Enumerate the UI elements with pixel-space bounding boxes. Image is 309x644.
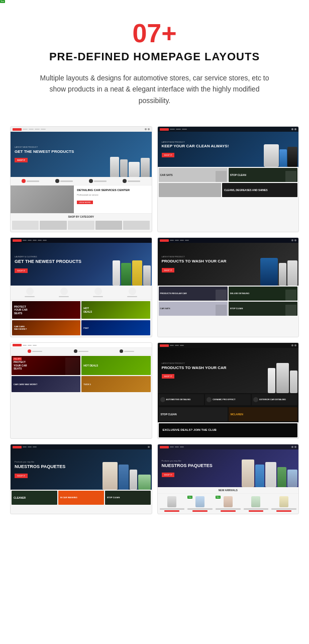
hero-btn-7[interactable]: SHOP IT <box>15 474 28 478</box>
mid-content-1: DETAILING CAR SERVICES CENTER Profession… <box>74 186 151 213</box>
hero-products-8 <box>242 459 297 487</box>
logo-6 <box>160 344 169 347</box>
cleans-image <box>159 183 221 197</box>
mid-heading-1: DETAILING CAR SERVICES CENTER <box>77 189 148 193</box>
product-img-3-8 <box>224 496 233 507</box>
promo-row2-3: CAR CAREWAX WORK? FEAT <box>11 320 152 337</box>
feat-5-2 <box>74 349 88 353</box>
product-4-8[interactable] <box>243 495 270 513</box>
hero-sub-4: LATEST NEW PRODUCT <box>162 255 227 258</box>
cart-icon-2 <box>291 128 293 130</box>
feat-4 <box>127 288 137 297</box>
mid-btn-1[interactable]: VIEW MORE <box>77 201 92 204</box>
layout-card-3[interactable]: LAUNDRY & CLOTHING GET THE NEWEST PRODUC… <box>10 237 152 337</box>
logo-1 <box>13 128 22 131</box>
blue-bottle <box>279 149 287 167</box>
layout-card-6[interactable]: LATEST NEW PRODUCT PRODUCTS TO WASH YOUR… <box>157 342 299 439</box>
layout-card-5[interactable]: PROTECTYOUR CARSEATS FILL UP!! HOT DEALS… <box>10 342 152 439</box>
cat-thumb-4 <box>95 221 122 230</box>
promo-extra-5: TUCK 5 <box>81 376 150 392</box>
product-3-8[interactable]: New <box>215 495 242 513</box>
user-icon-4 <box>294 239 296 241</box>
logo-3 <box>13 239 22 242</box>
hero-btn-1[interactable]: SHOP IT <box>15 158 28 162</box>
hero-btn-4[interactable]: SHOP IT <box>162 268 175 272</box>
big-bottle-7 <box>102 462 118 490</box>
icon-8b <box>294 446 296 448</box>
nav-icons-1 <box>145 128 150 130</box>
layout-card-2[interactable]: LATEST NEW PRODUCT KEEP YOUR CAR CLEAN A… <box>157 126 299 232</box>
sub-label-exterior: EXTERIOR CAR DETAILING <box>259 399 286 401</box>
sub-icon-ceramic <box>207 397 212 402</box>
cell-prod-regular: PRODUCTS REGULAR CAR <box>159 287 228 301</box>
nav-links-2 <box>170 129 291 130</box>
product-name-3-8 <box>216 508 241 510</box>
category-thumbs-1 <box>11 220 152 232</box>
layout-card-7[interactable]: Products you may like NUESTROS PAQUETES … <box>10 444 152 514</box>
grid-cell-stop-clean: STOP CLEAN <box>229 168 297 182</box>
feature-text-4 <box>128 180 140 182</box>
feat-icon-5-3 <box>120 349 123 353</box>
feat-3 <box>93 288 103 297</box>
nav-link <box>29 129 34 130</box>
feat-5-1 <box>28 349 42 353</box>
layout-card-4[interactable]: LATEST NEW PRODUCT PRODUCTS TO WASH YOUR… <box>157 237 299 337</box>
hero-products-1 <box>110 157 150 177</box>
feat-text-4 <box>127 296 137 297</box>
nav-link-item <box>23 345 27 346</box>
prod-4 <box>143 265 151 286</box>
layout-card-8[interactable]: Products you may like NUESTROS PAQUETES … <box>157 444 299 514</box>
cell-label-sats: CAR SATS <box>160 308 170 310</box>
category-heading-1: SHOP BY CATEGORY <box>11 213 152 220</box>
arrivals-bar-8: NEW ARRIVALS <box>158 487 299 494</box>
hero-7: Products you may like NUESTROS PAQUETES … <box>11 449 152 490</box>
carwash-label-7: IN CAR WASHING <box>60 497 77 499</box>
feature-item-4 <box>123 179 140 183</box>
search-icon-6 <box>291 344 293 346</box>
feat-icon-4 <box>129 288 136 295</box>
nav-bar-3 <box>11 238 152 243</box>
cell-cleaner-7: CLEANER <box>12 491 57 505</box>
cat-thumb-3 <box>68 221 94 230</box>
bottle-7-2 <box>119 465 129 490</box>
feature-text-1 <box>27 180 39 182</box>
product-5-8[interactable] <box>270 495 297 513</box>
hero-btn-3[interactable]: SHOP IT <box>15 268 28 273</box>
product-bottle-1 <box>110 157 119 177</box>
promo-label-carcare: CAR CAREWAX WORK? <box>14 325 27 330</box>
feature-item-3 <box>89 179 107 183</box>
nav-icons-4 <box>291 239 296 241</box>
feat-icon-2 <box>60 288 68 295</box>
cart-icon-4 <box>291 239 293 241</box>
cell-carwash-7: IN CAR WASHING <box>58 491 104 505</box>
section-title: PRE-DEFINED HOMEPAGE LAYOUTS <box>30 50 279 63</box>
hero-content-2: LATEST NEW PRODUCT KEEP YOUR CAR CLEAN A… <box>162 141 229 158</box>
product-1-8[interactable]: New <box>159 495 186 513</box>
hero-heading-6: PRODUCTS TO WASH YOUR CAR <box>162 365 227 371</box>
bottle-6-1 <box>268 368 275 393</box>
bottle-7-4 <box>138 475 151 490</box>
hero-products-4 <box>260 258 297 286</box>
nav-links-3 <box>23 240 150 241</box>
product-img-1-8 <box>167 496 176 507</box>
layout-card-1[interactable]: LATEST NEW PRODUCT GET THE NEWEST PRODUC… <box>10 126 152 232</box>
hero-btn-2[interactable]: SHOP IT <box>162 153 175 157</box>
hero-content-3: LAUNDRY & CLOTHING GET THE NEWEST PRODUC… <box>15 255 81 273</box>
hero-btn-6[interactable]: SHOP IT <box>162 374 175 379</box>
product-2-8[interactable]: New <box>186 495 214 513</box>
nav-link-item <box>23 240 27 241</box>
nav-bar-1 <box>11 127 152 132</box>
mid-image-1 <box>11 186 74 213</box>
stop-label-6: STOP CLEAN <box>161 413 177 416</box>
protect-image <box>65 357 80 375</box>
hero-products-3 <box>113 260 151 286</box>
hero-btn-8[interactable]: SHOP IT <box>162 473 175 477</box>
car-image-mock <box>11 186 74 213</box>
bottle-8-2 <box>255 465 264 487</box>
nav-bar-5 <box>11 343 152 348</box>
mid-section-1: DETAILING CAR SERVICES CENTER Profession… <box>11 186 152 213</box>
large-bottle <box>264 144 279 167</box>
cell-deluxe: DELUXE DETAILING <box>229 287 297 301</box>
promo-carcare-5: CAR CARE WAX WORK? <box>12 376 80 392</box>
nav-link-item <box>180 345 184 346</box>
